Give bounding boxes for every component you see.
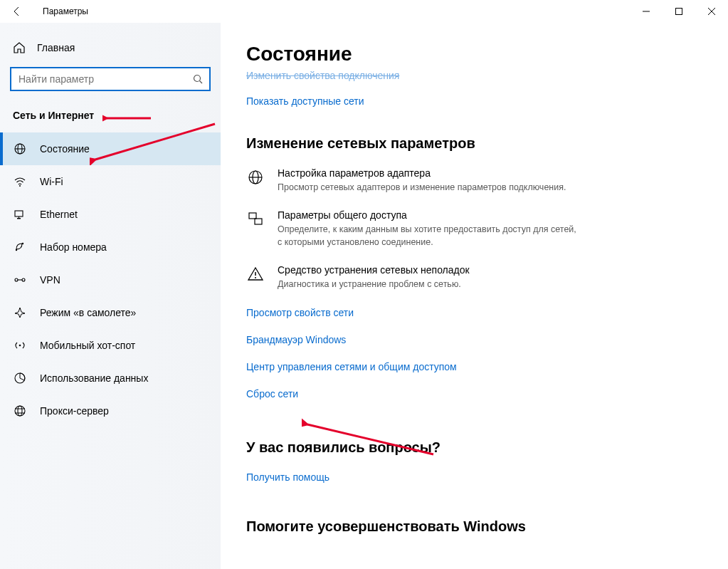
card-desc: Просмотр сетевых адаптеров и изменение п… — [278, 181, 566, 194]
sidebar-item-proxy[interactable]: Прокси-сервер — [0, 395, 221, 427]
sharing-options-row[interactable]: Параметры общего доступа Определите, к к… — [246, 209, 707, 249]
feedback-heading: Помогите усовершенствовать Windows — [246, 518, 707, 535]
svg-rect-10 — [15, 211, 23, 216]
sidebar: Главная Сеть и Интернет Состояние Wi-Fi — [0, 23, 221, 569]
svg-rect-1 — [676, 9, 682, 15]
card-desc: Диагностика и устранение проблем с сетью… — [278, 278, 470, 291]
titlebar: Параметры — [0, 0, 728, 23]
questions-heading: У вас появились вопросы? — [246, 439, 707, 456]
arrow-left-icon — [11, 6, 23, 17]
adapter-icon — [246, 167, 265, 186]
dialup-icon — [13, 241, 27, 254]
vpn-icon — [13, 273, 27, 286]
maximize-button[interactable] — [663, 0, 695, 23]
svg-point-30 — [255, 277, 256, 278]
search-icon — [193, 74, 204, 85]
network-reset-link[interactable]: Сброс сети — [246, 388, 707, 400]
svg-point-4 — [194, 75, 201, 81]
card-desc: Определите, к каким данным вы хотите пре… — [278, 223, 576, 249]
sidebar-item-label: Режим «в самолете» — [40, 307, 136, 318]
svg-point-16 — [22, 278, 25, 281]
close-icon — [708, 8, 715, 15]
proxy-icon — [13, 404, 27, 417]
sidebar-item-dialup[interactable]: Набор номера — [0, 231, 221, 263]
svg-point-15 — [15, 278, 18, 281]
show-networks-link[interactable]: Показать доступные сети — [246, 95, 707, 107]
sidebar-item-vpn[interactable]: VPN — [0, 263, 221, 296]
svg-rect-11 — [17, 218, 21, 219]
sidebar-item-label: Мобильный хот-спот — [40, 340, 135, 351]
svg-point-14 — [22, 243, 23, 244]
search-input[interactable] — [19, 73, 193, 85]
wifi-icon — [13, 175, 27, 188]
sidebar-item-wifi[interactable]: Wi-Fi — [0, 165, 221, 198]
close-button[interactable] — [695, 0, 728, 23]
minimize-button[interactable] — [630, 0, 663, 23]
globe-icon — [13, 142, 27, 155]
svg-point-20 — [15, 406, 25, 416]
warning-icon — [246, 264, 265, 283]
airplane-icon — [13, 306, 27, 319]
get-help-link[interactable]: Получить помощь — [246, 471, 707, 483]
svg-point-18 — [19, 345, 21, 347]
search-box[interactable] — [10, 67, 211, 91]
svg-point-21 — [18, 406, 22, 416]
sidebar-item-label: VPN — [40, 274, 60, 286]
change-connection-properties-link[interactable]: Изменить свойства подключения — [246, 70, 707, 81]
home-button[interactable]: Главная — [0, 36, 221, 67]
main-panel: Состояние Изменить свойства подключения … — [221, 23, 728, 569]
page-title: Состояние — [246, 43, 707, 66]
network-center-link[interactable]: Центр управления сетями и общим доступом — [246, 361, 707, 372]
maximize-icon — [675, 8, 682, 15]
back-button[interactable] — [9, 6, 26, 17]
svg-point-9 — [19, 185, 21, 187]
sidebar-item-datausage[interactable]: Использование данных — [0, 362, 221, 395]
sidebar-item-label: Прокси-сервер — [40, 405, 109, 417]
firewall-link[interactable]: Брандмауэр Windows — [246, 334, 707, 345]
sharing-icon — [246, 209, 265, 228]
svg-line-5 — [200, 80, 203, 83]
sidebar-item-label: Использование данных — [40, 372, 148, 384]
network-settings-heading: Изменение сетевых параметров — [246, 135, 707, 152]
network-properties-link[interactable]: Просмотр свойств сети — [246, 307, 707, 318]
card-title: Средство устранения сетевых неполадок — [278, 264, 470, 276]
ethernet-icon — [13, 208, 27, 221]
sidebar-item-status[interactable]: Состояние — [0, 132, 221, 165]
hotspot-icon — [13, 339, 27, 352]
data-usage-icon — [13, 372, 27, 385]
home-label: Главная — [37, 42, 75, 53]
sidebar-item-airplane[interactable]: Режим «в самолете» — [0, 296, 221, 329]
minimize-icon — [643, 8, 650, 15]
troubleshoot-row[interactable]: Средство устранения сетевых неполадок Ди… — [246, 264, 707, 291]
sidebar-item-label: Wi-Fi — [40, 176, 63, 187]
category-title: Сеть и Интернет — [0, 110, 221, 132]
card-title: Параметры общего доступа — [278, 209, 576, 221]
adapter-options-row[interactable]: Настройка параметров адаптера Просмотр с… — [246, 167, 707, 194]
sidebar-item-label: Набор номера — [40, 241, 107, 253]
sidebar-item-hotspot[interactable]: Мобильный хот-спот — [0, 329, 221, 362]
svg-rect-27 — [249, 213, 256, 219]
svg-point-13 — [16, 249, 17, 251]
svg-rect-28 — [255, 219, 262, 224]
window-controls — [630, 0, 728, 23]
home-icon — [13, 41, 26, 54]
sidebar-item-label: Состояние — [40, 143, 90, 155]
window-title: Параметры — [43, 6, 88, 16]
sidebar-item-ethernet[interactable]: Ethernet — [0, 198, 221, 231]
card-title: Настройка параметров адаптера — [278, 167, 566, 179]
sidebar-item-label: Ethernet — [40, 209, 78, 220]
